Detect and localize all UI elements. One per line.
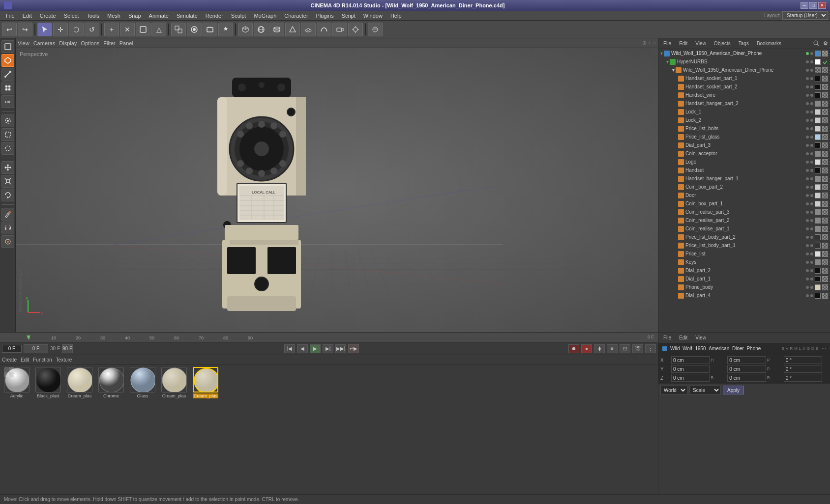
polygon-tool[interactable] [1, 54, 14, 67]
paint-tool[interactable] [1, 208, 14, 221]
coord-h-input[interactable] [727, 356, 766, 364]
tree-item-coin-realise-1[interactable]: Coin_realise_part_1 [658, 224, 830, 233]
timeline-mode-button[interactable]: ≡ [607, 344, 618, 353]
menu-character[interactable]: Character [280, 12, 312, 20]
viewport-cameras-menu[interactable]: Cameras [33, 40, 56, 46]
coord-ya-input[interactable] [784, 365, 822, 373]
scale-tool-left[interactable] [1, 175, 14, 188]
redo-button[interactable]: ↪ [18, 23, 32, 36]
move-tool-left[interactable] [1, 161, 14, 174]
tree-item-price-list-bolts[interactable]: Price_list_bolts [658, 124, 830, 133]
menu-create[interactable]: Create [36, 12, 60, 20]
undo-button[interactable]: ↩ [2, 23, 17, 36]
scale-tool-button[interactable]: ⬡ [69, 23, 84, 36]
spline-button[interactable]: △ [151, 23, 166, 36]
apply-button[interactable]: Apply [723, 386, 744, 394]
delete-button[interactable]: ✕ [120, 23, 135, 36]
viewport-filter-menu[interactable]: Filter [103, 40, 115, 46]
mat-function[interactable]: Function [33, 357, 52, 363]
lasso-tool[interactable] [1, 142, 14, 155]
rpanel-tab-objects[interactable]: Objects [711, 40, 734, 47]
tree-item-coin-acceptor[interactable]: Coin_acceptor [658, 149, 830, 158]
menu-animate[interactable]: Animate [145, 12, 173, 20]
tree-item-door[interactable]: Door [658, 191, 830, 199]
coord-yh2-input[interactable] [727, 365, 766, 373]
rpanel-tab-tags[interactable]: Tags [736, 40, 752, 47]
tree-item-handset-hanger-2[interactable]: Handset_hanger_part_2 [658, 99, 830, 108]
attr-tab-file[interactable]: File [660, 334, 674, 341]
menu-file[interactable]: File [2, 12, 19, 20]
coord-y-input[interactable] [671, 365, 710, 373]
nurbs-button[interactable] [317, 23, 331, 36]
coord-system-dropdown[interactable]: World Local Object [660, 386, 687, 394]
viewport-display-menu[interactable]: Display [59, 40, 77, 46]
material-cream-plas-2[interactable]: Cream_plas [159, 367, 189, 398]
rpanel-tab-file[interactable]: File [660, 40, 674, 47]
rotate-tool-left[interactable] [1, 189, 14, 201]
motion-clip-button[interactable]: 🎬 [632, 344, 643, 353]
menu-render[interactable]: Render [202, 12, 227, 20]
auto-key-button[interactable]: ● [581, 344, 592, 353]
light-button[interactable] [348, 23, 363, 36]
viewport-canvas[interactable]: Perspective [16, 48, 658, 332]
live-selection-tool[interactable] [1, 114, 14, 127]
render-settings-button[interactable] [218, 23, 233, 36]
viewport-panel-menu[interactable]: Panel [119, 40, 133, 46]
magnet-tool[interactable] [1, 222, 14, 234]
material-black-plast[interactable]: Black_plast [33, 367, 63, 398]
material-glass[interactable]: Glass [128, 367, 157, 398]
coord-z-input[interactable] [671, 374, 710, 382]
coord-x-input[interactable] [671, 356, 710, 364]
torus-button[interactable] [301, 23, 316, 36]
material-chrome[interactable]: Chrome [96, 367, 126, 398]
tree-item-coin-box-1[interactable]: Coin_box_part_1 [658, 199, 830, 208]
tree-item-handset-socket-2[interactable]: Handset_socket_part_2 [658, 83, 830, 91]
tree-item-logo[interactable]: Logo [658, 158, 830, 166]
rotate-tool-button[interactable]: ↺ [85, 23, 99, 36]
tree-item-price-list-body-2[interactable]: Price_list_body_part_2 [658, 233, 830, 241]
tree-item-coin-box-2[interactable]: Coin_box_part_2 [658, 183, 830, 191]
display-toggle-button[interactable] [368, 23, 383, 36]
camera-button[interactable] [332, 23, 347, 36]
tree-item-handset-wire[interactable]: Handset_wire [658, 91, 830, 99]
tree-item-dial-2[interactable]: Dial_part_2 [658, 266, 830, 275]
coord-mode-dropdown[interactable]: Scale Position Rotation [689, 386, 721, 394]
prev-frame-button[interactable]: ◀ [297, 344, 308, 353]
sphere-button[interactable] [254, 23, 268, 36]
menu-edit[interactable]: Edit [19, 12, 36, 20]
tree-item-root[interactable]: ▾ Wild_Wolf_1950_American_Diner_Phone [658, 49, 830, 57]
coord-za-input[interactable] [784, 374, 822, 382]
menu-tools[interactable]: Tools [83, 12, 103, 20]
point-tool[interactable] [1, 82, 14, 94]
rpanel-icon-settings[interactable]: ⚙ [823, 40, 828, 47]
tree-item-handset-socket-1[interactable]: Handset_socket_part_1 [658, 74, 830, 83]
rpanel-tab-edit[interactable]: Edit [676, 40, 690, 47]
object-button[interactable] [136, 23, 150, 36]
attr-tab-edit[interactable]: Edit [676, 334, 690, 341]
render-to-picture-button[interactable] [203, 23, 217, 36]
next-frame-button[interactable]: ▶| [323, 344, 333, 353]
first-frame-button[interactable]: |◀ [284, 344, 295, 353]
viewport[interactable]: View Cameras Display Options Filter Pane… [16, 38, 658, 332]
layout-dropdown[interactable]: Startup (User) [782, 11, 828, 20]
menu-plugins[interactable]: Plugins [312, 12, 338, 20]
tree-item-lock-2[interactable]: Lock_2 [658, 116, 830, 124]
menu-mesh[interactable]: Mesh [103, 12, 124, 20]
material-cream-plas-selected[interactable]: Cream_plas [191, 367, 220, 398]
new-object-button[interactable]: + [104, 23, 119, 36]
rpanel-icon-search[interactable] [813, 40, 819, 47]
attr-tab-view[interactable]: View [692, 334, 709, 341]
close-button[interactable]: ✕ [818, 2, 826, 9]
tree-item-lock-1[interactable]: Lock_1 [658, 108, 830, 116]
mat-edit[interactable]: Edit [21, 357, 29, 363]
tree-item-dial-1[interactable]: Dial_part_1 [658, 275, 830, 283]
snap-tool-left[interactable] [1, 235, 14, 248]
tree-item-handset[interactable]: Handset [658, 166, 830, 174]
cube-button[interactable] [238, 23, 253, 36]
edge-tool[interactable] [1, 68, 14, 81]
key-button[interactable]: ⧫ [594, 344, 605, 353]
tree-item-coin-realise-3[interactable]: Coin_realise_part_3 [658, 208, 830, 216]
record-button[interactable]: ⏺ [568, 344, 579, 353]
menu-mograph[interactable]: MoGraph [250, 12, 280, 20]
tree-item-price-list[interactable]: Price_list [658, 250, 830, 258]
